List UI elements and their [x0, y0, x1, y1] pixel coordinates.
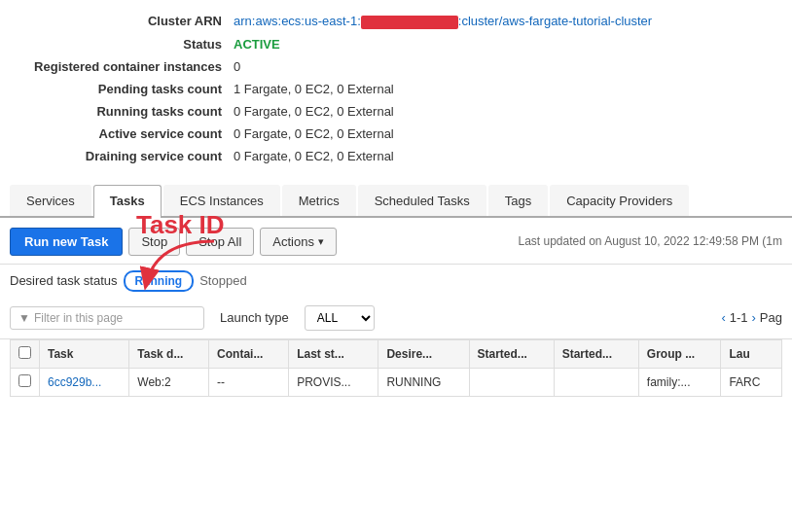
task-id-cell: 6cc929b...: [40, 368, 129, 396]
active-service-row: Active service count 0 Fargate, 0 EC2, 0…: [19, 123, 773, 145]
running-label: Running tasks count: [19, 104, 234, 119]
tasks-table: Task Task d... Contai... Last st... Desi…: [10, 339, 782, 397]
registered-row: Registered container instances 0: [19, 55, 773, 78]
launch-cell: FARC: [721, 368, 782, 396]
draining-value: 0 Fargate, 0 EC2, 0 External: [234, 149, 394, 163]
page-label: Pag: [760, 310, 782, 325]
last-status-cell: PROVIS...: [289, 368, 378, 396]
select-all-checkbox[interactable]: [18, 346, 31, 359]
desired-status-cell: RUNNING: [378, 368, 469, 396]
th-container: Contai...: [209, 339, 289, 368]
next-page-icon[interactable]: ›: [752, 310, 756, 325]
container-cell: --: [209, 368, 289, 396]
task-def-cell: Web:2: [129, 368, 209, 396]
tab-ecs-instances[interactable]: ECS Instances: [163, 185, 280, 216]
tab-capacity-providers[interactable]: Capacity Providers: [550, 185, 689, 216]
registered-value: 0: [234, 59, 240, 74]
tab-tags[interactable]: Tags: [488, 185, 548, 216]
th-task: Task: [40, 339, 129, 368]
th-launch: Lau: [721, 339, 782, 368]
th-group: Group ...: [638, 339, 721, 368]
stopped-status-tab[interactable]: Stopped: [199, 273, 246, 288]
draining-label: Draining service count: [19, 149, 234, 163]
status-row-info: Status ACTIVE: [19, 33, 773, 55]
filter-row: ▼ Filter in this page Launch type ALL ‹ …: [0, 298, 792, 339]
pagination: ‹ 1-1 › Pag: [721, 310, 782, 325]
filter-input-wrapper[interactable]: ▼ Filter in this page: [10, 306, 204, 330]
status-value: ACTIVE: [234, 37, 280, 52]
pending-value: 1 Fargate, 0 EC2, 0 External: [234, 82, 394, 96]
filter-placeholder: Filter in this page: [34, 311, 123, 325]
desired-status-row: Desired task status Running Stopped: [0, 265, 792, 298]
tab-metrics[interactable]: Metrics: [282, 185, 356, 216]
started2-cell: [554, 368, 638, 396]
started1-cell: [469, 368, 554, 396]
table-header-row: Task Task d... Contai... Last st... Desi…: [11, 339, 782, 368]
run-new-task-button[interactable]: Run new Task: [10, 228, 123, 256]
th-desired-status: Desire...: [378, 339, 469, 368]
arn-row: Cluster ARN arn:aws:ecs:us-east-1::clust…: [19, 10, 773, 33]
tasks-table-wrapper: Task Task d... Contai... Last st... Desi…: [0, 339, 792, 397]
task-id-link[interactable]: 6cc929b...: [48, 375, 101, 389]
group-cell: family:...: [638, 368, 721, 396]
desired-status-label: Desired task status: [10, 273, 118, 288]
status-label-info: Status: [19, 37, 234, 52]
active-service-value: 0 Fargate, 0 EC2, 0 External: [234, 126, 394, 141]
filter-icon: ▼: [18, 311, 30, 325]
th-checkbox: [11, 339, 40, 368]
row-checkbox[interactable]: [18, 374, 31, 387]
th-started2: Started...: [554, 339, 638, 368]
th-task-def: Task d...: [129, 339, 209, 368]
table-row: 6cc929b... Web:2 -- PROVIS... RUNNING fa…: [11, 368, 782, 396]
launch-type-label: Launch type: [220, 310, 289, 325]
prev-page-icon[interactable]: ‹: [721, 310, 725, 325]
arn-value: arn:aws:ecs:us-east-1::cluster/aws-farga…: [234, 14, 652, 29]
tab-services[interactable]: Services: [10, 185, 91, 216]
cluster-info: Cluster ARN arn:aws:ecs:us-east-1::clust…: [0, 0, 792, 177]
tabs-bar: Services Tasks ECS Instances Metrics Sch…: [0, 185, 792, 218]
row-checkbox-cell: [11, 368, 40, 396]
stop-all-button[interactable]: Stop All: [186, 228, 254, 256]
running-value: 0 Fargate, 0 EC2, 0 External: [234, 104, 394, 119]
running-status-badge[interactable]: Running: [124, 270, 195, 292]
pending-label: Pending tasks count: [19, 82, 234, 96]
running-row: Running tasks count 0 Fargate, 0 EC2, 0 …: [19, 100, 773, 123]
pending-row: Pending tasks count 1 Fargate, 0 EC2, 0 …: [19, 78, 773, 100]
launch-type-select[interactable]: ALL: [305, 305, 375, 331]
tab-scheduled-tasks[interactable]: Scheduled Tasks: [358, 185, 486, 216]
th-started1: Started...: [469, 339, 554, 368]
registered-label: Registered container instances: [19, 59, 234, 74]
tasks-toolbar: Run new Task Stop Stop All Actions Last …: [0, 218, 792, 265]
redacted-arn: [361, 16, 458, 29]
actions-button[interactable]: Actions: [260, 228, 337, 256]
th-last-status: Last st...: [289, 339, 378, 368]
active-service-label: Active service count: [19, 126, 234, 141]
stop-button[interactable]: Stop: [128, 228, 180, 256]
pagination-range: 1-1: [730, 310, 748, 325]
arn-label: Cluster ARN: [19, 14, 234, 28]
draining-row: Draining service count 0 Fargate, 0 EC2,…: [19, 145, 773, 167]
tab-tasks[interactable]: Tasks: [93, 185, 162, 218]
last-updated: Last updated on August 10, 2022 12:49:58…: [518, 234, 782, 248]
